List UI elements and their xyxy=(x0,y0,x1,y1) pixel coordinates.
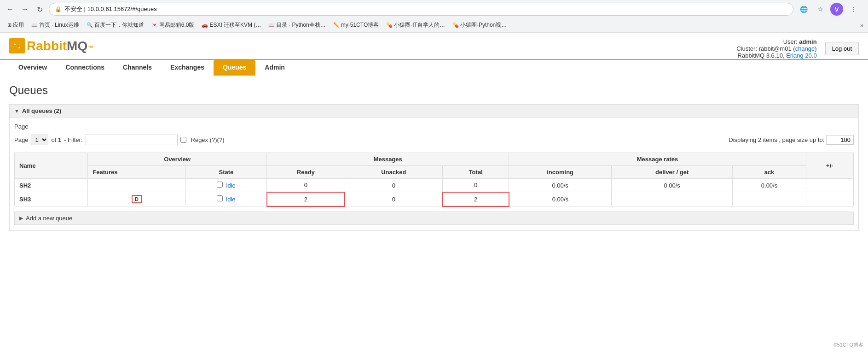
user-line: User: admin xyxy=(736,38,816,45)
tab-channels[interactable]: Channels xyxy=(114,60,161,76)
baidu-icon: 🔍 xyxy=(87,22,93,28)
email-icon: 💌 xyxy=(151,22,158,28)
address-bar: ← → ↻ 🔒 不安全 | 10.0.0.61:15672/#/queues 🌐… xyxy=(0,0,868,18)
incoming-cell: 0.00/s xyxy=(509,192,612,206)
browser-actions: 🌐 ☆ V ⋮ xyxy=(797,3,863,16)
col-group-message-rates: Message rates xyxy=(509,153,806,166)
cluster-change-link[interactable]: change xyxy=(795,45,815,52)
col-header-state: State xyxy=(185,166,266,179)
book-icon: 📖 xyxy=(31,22,38,28)
version-line: RabbitMQ 3.6.10, Erlang 20.0 xyxy=(736,52,816,59)
browser-chrome: ← → ↻ 🔒 不安全 | 10.0.0.61:15672/#/queues 🌐… xyxy=(0,0,868,33)
state-checkbox[interactable] xyxy=(217,182,223,188)
security-icon: 🔒 xyxy=(55,6,62,12)
filter-input[interactable] xyxy=(86,135,178,145)
nav-tabs: Overview Connections Channels Exchanges … xyxy=(0,60,868,75)
url-full: 10.0.0.61:15672/#/queues xyxy=(87,6,157,12)
book2-icon: 📖 xyxy=(268,22,275,28)
translate-icon[interactable]: 🌐 xyxy=(797,3,810,16)
of-text: of 1 xyxy=(51,136,61,143)
logo-icon: ↑↓ xyxy=(9,38,25,53)
state-checkbox[interactable] xyxy=(217,195,223,201)
tab-overview[interactable]: Overview xyxy=(9,60,56,76)
total-cell: 0 xyxy=(443,179,509,192)
bookmarks-bar: ⊞ 应用 📖 首页 · Linux运维 🔍 百度一下，你就知道 💌 网易邮箱6.… xyxy=(0,18,868,32)
bookmark-star-icon[interactable]: ☆ xyxy=(814,3,827,16)
tab-exchanges[interactable]: Exchanges xyxy=(161,60,214,76)
add-queue-section: ▶ Add a new queue xyxy=(14,212,854,225)
deliver-get-cell xyxy=(611,192,732,206)
section-header[interactable]: ▼ All queues (2) xyxy=(9,104,859,118)
incoming-cell: 0.00/s xyxy=(509,179,612,192)
bookmarks-more: » xyxy=(860,22,863,29)
back-button[interactable]: ← xyxy=(5,4,16,15)
logout-button[interactable]: Log out xyxy=(825,42,859,55)
col-header-features: Features xyxy=(88,166,185,179)
forward-button[interactable]: → xyxy=(19,4,30,15)
header-right: User: admin Cluster: rabbit@m01 (change)… xyxy=(736,38,859,59)
queue-name-link[interactable]: SH2 xyxy=(19,182,31,189)
d-badge: D xyxy=(132,195,142,203)
pill-icon: 💊 xyxy=(386,22,393,28)
queue-name-cell: SH2 xyxy=(15,179,88,192)
bookmark-linux[interactable]: 📖 首页 · Linux运维 xyxy=(29,20,82,30)
page-size-input[interactable] xyxy=(826,135,854,145)
ready-cell-red: 2 xyxy=(267,192,345,206)
bookmark-51cto[interactable]: ✏️ my-51CTO博客 xyxy=(330,20,382,30)
col-header-name: Name xyxy=(15,153,88,179)
bookmark-xiaoyuanquan2[interactable]: 💊 小猿圈-Python视… xyxy=(450,20,509,30)
erlang-link[interactable]: Erlang 20.0 xyxy=(786,52,817,59)
unacked-cell: 0 xyxy=(345,179,442,192)
action-cell xyxy=(806,192,853,206)
all-queues-section: ▼ All queues (2) Page Page 1 of 1 - Filt… xyxy=(9,104,859,231)
ready-cell: 0 xyxy=(267,179,345,192)
queue-name-link[interactable]: SH3 xyxy=(19,196,31,203)
col-header-incoming: incoming xyxy=(509,166,612,179)
profile-button[interactable]: V xyxy=(830,3,843,16)
section-body: Page Page 1 of 1 - Filter: Regex (?)(?)​… xyxy=(9,118,859,231)
features-cell: D xyxy=(88,192,185,206)
cluster-name: rabbit@m01 xyxy=(759,45,793,52)
state-link[interactable]: idle xyxy=(226,182,236,189)
tab-admin[interactable]: Admin xyxy=(255,60,294,76)
add-queue-header[interactable]: ▶ Add a new queue xyxy=(14,212,854,225)
col-header-ack: ack xyxy=(733,166,806,179)
version-text: RabbitMQ 3.6.10, xyxy=(738,52,785,59)
pagination-row: Page 1 of 1 - Filter: Regex (?)(?)​ Disp… xyxy=(14,135,854,145)
bookmark-xiaoyuanquan1[interactable]: 💊 小猿圈-IT自学人的… xyxy=(383,20,448,30)
state-link[interactable]: idle xyxy=(226,196,235,203)
user-info: User: admin Cluster: rabbit@m01 (change)… xyxy=(736,38,816,59)
url-bar[interactable]: 🔒 不安全 | 10.0.0.61:15672/#/queues xyxy=(49,3,793,16)
col-header-plusminus[interactable]: +/- xyxy=(806,153,853,179)
col-header-deliver-get: deliver / get xyxy=(611,166,732,179)
bookmark-esxi[interactable]: 🚗 ESXI 迁移至KVM (… xyxy=(199,20,264,30)
displaying-text: Displaying 2 items , page size up to: xyxy=(729,136,824,143)
bookmark-email[interactable]: 💌 网易邮箱6.0版 xyxy=(149,20,197,30)
reload-button[interactable]: ↻ xyxy=(34,4,45,15)
col-group-overview: Overview xyxy=(88,153,267,166)
tab-queues[interactable]: Queues xyxy=(214,60,255,76)
ack-cell: 0.00/s xyxy=(733,179,806,192)
car-icon: 🚗 xyxy=(202,22,208,28)
page-select[interactable]: 1 xyxy=(31,135,48,145)
filter-label: - Filter: xyxy=(64,136,82,143)
page-content: Queues ▼ All queues (2) Page Page 1 of 1… xyxy=(0,75,868,240)
action-cell xyxy=(806,179,853,192)
user-name: admin xyxy=(799,38,816,45)
section-title: All queues (2) xyxy=(22,107,61,114)
deliver-get-cell: 0.00/s xyxy=(611,179,732,192)
cluster-line: Cluster: rabbit@m01 (change) xyxy=(736,45,816,52)
menu-icon[interactable]: ⋮ xyxy=(847,3,860,16)
state-cell: idle xyxy=(185,179,266,192)
pagination-label: Page xyxy=(14,123,854,130)
state-cell: idle xyxy=(185,192,266,206)
table-row: SH2 idle 0 0 0 0.00/s 0.00/s xyxy=(15,179,854,192)
page-label: Page xyxy=(14,136,28,143)
features-cell xyxy=(88,179,185,192)
regex-checkbox[interactable] xyxy=(180,137,186,143)
url-text: 不安全 | 10.0.0.61:15672/#/queues xyxy=(64,5,157,13)
bookmark-python[interactable]: 📖 目录 · Python全栈… xyxy=(266,20,328,30)
bookmark-baidu[interactable]: 🔍 百度一下，你就知道 xyxy=(84,20,147,30)
tab-connections[interactable]: Connections xyxy=(56,60,114,76)
bookmark-apps[interactable]: ⊞ 应用 xyxy=(5,20,27,30)
